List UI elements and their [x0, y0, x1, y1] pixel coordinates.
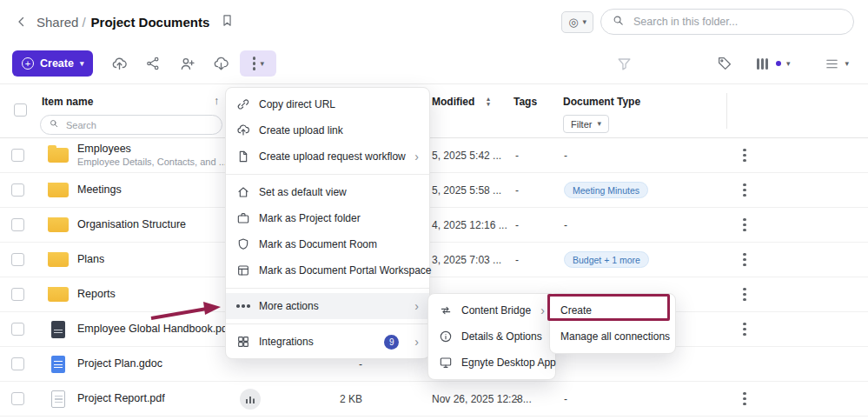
submenu-item-details-options[interactable]: Details & Options — [428, 323, 555, 350]
item-name[interactable]: Organisation Structure — [77, 218, 186, 231]
row-menu-button[interactable] — [743, 323, 746, 337]
item-size: - — [359, 358, 362, 370]
row-checkbox[interactable] — [11, 323, 24, 336]
row-checkbox[interactable] — [11, 183, 24, 197]
table-row[interactable]: Plans 3, 2025 7:03 ... - Budget + 1 more — [0, 243, 868, 277]
item-name[interactable]: Meetings — [77, 183, 122, 197]
table-row[interactable]: Employees Employee Details, Contacts, an… — [0, 138, 868, 173]
folder-search-input[interactable] — [632, 15, 843, 29]
item-tags: - — [508, 219, 559, 231]
back-button[interactable] — [14, 14, 30, 30]
link-icon — [236, 97, 250, 111]
home-icon — [236, 185, 250, 199]
bookmark-icon[interactable] — [220, 13, 235, 30]
menu-item-label: Copy direct URL — [259, 98, 335, 110]
menu-item-set-as-default-view[interactable]: Set as default view — [226, 179, 429, 205]
item-doctype: - — [564, 393, 567, 405]
menu-divider — [226, 174, 429, 175]
table-row[interactable]: Meetings 5, 2025 5:58 ... - Meeting Minu… — [0, 173, 868, 208]
more-actions-button[interactable]: ▾ — [240, 50, 276, 77]
menu-item-mark-as-document-portal-workspace[interactable]: Mark as Document Portal Workspace — [226, 257, 429, 283]
sort-ascending-icon[interactable]: ↑ — [214, 94, 220, 107]
row-menu-button[interactable] — [743, 253, 746, 267]
column-header-item-name[interactable]: Item name — [42, 96, 93, 108]
submenu-item-create[interactable]: Create — [550, 297, 675, 323]
menu-item-integrations[interactable]: Integrations 9 › — [226, 329, 429, 355]
item-name[interactable]: Reports — [77, 288, 116, 301]
search-scope-select[interactable]: ◎ ▾ — [561, 11, 593, 33]
table-row[interactable]: Project Report.pdf 2 KB Nov 26, 2025 12:… — [0, 382, 868, 417]
page-title: Project Documents — [91, 15, 210, 30]
cloud-download-button[interactable] — [206, 50, 235, 77]
folder-search[interactable] — [600, 9, 854, 35]
submenu-item-egnyte-desktop-app[interactable]: Egnyte Desktop App — [428, 350, 555, 376]
item-name[interactable]: Employees — [77, 143, 227, 156]
list-view-button[interactable]: ▾ — [818, 50, 856, 77]
item-name[interactable]: Plans — [77, 253, 104, 266]
table-row[interactable]: Organisation Structure 4, 2025 12:16 ...… — [0, 208, 868, 243]
column-settings-button[interactable]: ▾ — [750, 50, 797, 77]
row-menu-button[interactable] — [743, 183, 746, 197]
menu-item-mark-as-document-room[interactable]: Mark as Document Room — [226, 231, 429, 257]
column-header-tags[interactable]: Tags — [514, 96, 537, 108]
create-button-label: Create — [40, 57, 74, 70]
row-menu-button[interactable] — [743, 218, 746, 232]
breadcrumb-separator: / — [82, 15, 85, 30]
integrations-count-badge: 9 — [384, 335, 399, 350]
accent-dot-icon — [776, 61, 781, 66]
column-header-modified[interactable]: Modified — [432, 96, 474, 108]
doctype-filter-button[interactable]: Filter ▾ — [563, 115, 609, 133]
row-menu-button[interactable] — [743, 392, 746, 406]
item-modified: 5, 2025 5:58 ... — [432, 184, 508, 197]
column-header-document-type[interactable]: Document Type — [563, 96, 640, 108]
menu-item-label: Mark as Project folder — [259, 212, 361, 224]
share-button[interactable] — [138, 50, 168, 77]
breadcrumb-parent[interactable]: Shared — [36, 15, 78, 30]
row-checkbox[interactable] — [11, 288, 24, 301]
row-menu-button[interactable] — [743, 288, 746, 302]
sort-toggle-icon[interactable]: ▴▾ — [487, 97, 490, 107]
plus-icon: + — [22, 57, 34, 70]
item-tags: - — [508, 254, 559, 266]
menu-item-label: Mark as Document Room — [259, 238, 377, 250]
select-all-checkbox[interactable] — [14, 103, 27, 117]
item-name-search-input[interactable] — [64, 119, 214, 131]
item-tags: - — [508, 184, 559, 197]
activity-icon[interactable] — [240, 389, 261, 410]
filter-button[interactable] — [609, 50, 639, 77]
menu-item-create-upload-link[interactable]: Create upload link — [226, 117, 429, 143]
pdf-file-icon — [51, 390, 65, 408]
row-checkbox[interactable] — [11, 149, 24, 162]
chevron-down-icon: ▾ — [845, 60, 849, 68]
menu-item-label: More actions — [259, 300, 319, 312]
item-modified: 4, 2025 12:16 ... — [432, 219, 508, 231]
menu-item-label: Create upload link — [259, 124, 343, 137]
row-checkbox[interactable] — [11, 392, 24, 405]
item-name[interactable]: Employee Global Handbook.pdf — [77, 323, 231, 336]
item-name[interactable]: Project Report.pdf — [77, 392, 165, 405]
menu-divider — [226, 288, 429, 289]
document-icon — [236, 150, 250, 163]
item-name-search[interactable] — [40, 115, 222, 135]
menu-item-create-upload-request-workflow[interactable]: Create upload request workflow › — [226, 143, 429, 170]
folder-icon — [48, 148, 69, 163]
row-checkbox[interactable] — [11, 357, 24, 370]
item-name[interactable]: Project Plan.gdoc — [77, 357, 162, 370]
submenu-item-manage-all-connections[interactable]: Manage all connections — [550, 323, 675, 350]
row-checkbox[interactable] — [11, 218, 24, 231]
menu-item-more-actions[interactable]: More actions › — [226, 293, 429, 319]
upload-button[interactable] — [104, 50, 134, 77]
menu-item-copy-direct-url[interactable]: Copy direct URL — [226, 91, 429, 117]
row-checkbox[interactable] — [11, 253, 24, 266]
item-modified: 3, 2025 7:03 ... — [432, 254, 508, 266]
tag-button[interactable] — [710, 50, 739, 77]
folder-icon — [48, 252, 69, 267]
menu-item-mark-as-project-folder[interactable]: Mark as Project folder — [226, 205, 429, 231]
row-menu-button[interactable] — [743, 149, 746, 163]
create-button[interactable]: + Create ▾ — [12, 50, 93, 77]
content-bridge-submenu: Create Manage all connections — [549, 293, 676, 354]
doctype-badge: Budget + 1 more — [564, 251, 649, 268]
more-actions-menu: Copy direct URL Create upload link Creat… — [225, 87, 430, 359]
add-user-button[interactable] — [172, 50, 202, 77]
submenu-item-content-bridge[interactable]: Content Bridge › — [428, 297, 555, 323]
